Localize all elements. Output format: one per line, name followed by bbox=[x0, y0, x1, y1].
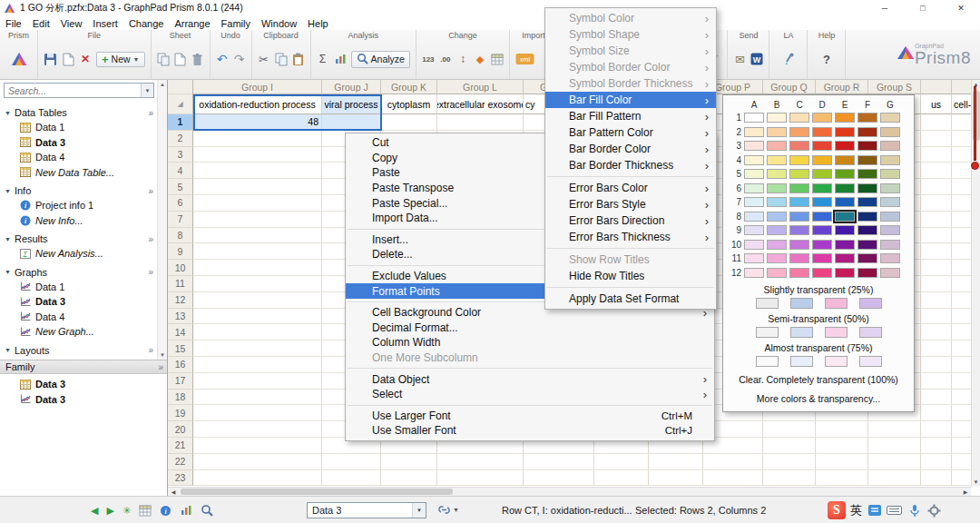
sidebar-item-project-info-1[interactable]: iProject info 1 bbox=[0, 198, 156, 213]
cell-r21-c8[interactable] bbox=[763, 438, 816, 454]
color-swatch-5g[interactable] bbox=[880, 169, 900, 179]
scroll-left-icon[interactable]: ◀ bbox=[168, 488, 179, 495]
row-header-9[interactable]: 9 bbox=[168, 243, 193, 260]
menu-item-one-more-subcolumn[interactable]: One More Subcolumn bbox=[346, 350, 714, 366]
cell-r22-c2[interactable] bbox=[381, 454, 437, 470]
menu-item-use-smaller-font[interactable]: Use Smaller FontCtrl+J bbox=[346, 423, 714, 439]
sidebar-item-data-4[interactable]: Data 4 bbox=[0, 310, 156, 325]
menu-file[interactable]: File bbox=[0, 18, 27, 29]
menu-item-decimal-format[interactable]: Decimal Format... bbox=[346, 321, 714, 336]
cell-r16-c11[interactable] bbox=[921, 357, 952, 373]
color-swatch-11f[interactable] bbox=[858, 253, 877, 263]
color-swatch-9c[interactable] bbox=[789, 225, 809, 235]
cell-r8-c12[interactable] bbox=[952, 228, 971, 244]
cell-r5-c11[interactable] bbox=[921, 179, 952, 195]
sidebar-item-data-1[interactable]: Data 1 bbox=[0, 280, 156, 295]
cell-r21-c9[interactable] bbox=[816, 438, 868, 454]
section-graphs[interactable]: ▼Graphs» bbox=[0, 265, 156, 280]
color-swatch-7c[interactable] bbox=[789, 197, 809, 207]
menu-item-show-row-titles[interactable]: Show Row Titles bbox=[545, 252, 716, 268]
sort-icon[interactable]: ↕ bbox=[456, 50, 469, 68]
color-swatch-2f[interactable] bbox=[858, 127, 877, 137]
color-swatch-4a[interactable] bbox=[744, 155, 764, 165]
color-swatch-2e[interactable] bbox=[835, 127, 855, 137]
color-swatch-1g[interactable] bbox=[880, 113, 900, 123]
menu-insert[interactable]: Insert bbox=[87, 18, 123, 29]
cell-r22-c9[interactable] bbox=[816, 454, 868, 470]
menu-item-bar-fill-pattern[interactable]: Bar Fill Pattern› bbox=[545, 108, 716, 124]
menu-item-select[interactable]: Select› bbox=[346, 387, 714, 402]
row-header-22[interactable]: 22 bbox=[168, 454, 193, 470]
color-swatch-9a[interactable] bbox=[744, 225, 764, 235]
ime-keyboard-icon[interactable] bbox=[887, 503, 902, 518]
column-title-2[interactable]: cytoplasm bbox=[381, 94, 437, 114]
color-swatch-11b[interactable] bbox=[767, 253, 787, 263]
minimize-icon[interactable]: ─ bbox=[866, 0, 904, 16]
color-swatch-3c[interactable] bbox=[789, 141, 809, 151]
sidebar-item-data-3[interactable]: Data 3 bbox=[0, 294, 156, 310]
help-icon[interactable]: ? bbox=[820, 50, 833, 68]
transparency-swatch-0-3[interactable] bbox=[859, 298, 882, 309]
color-swatch-3a[interactable] bbox=[744, 141, 764, 151]
search-input[interactable] bbox=[5, 85, 141, 96]
cell-r23-c1[interactable] bbox=[322, 470, 381, 487]
cell-r2-c0[interactable] bbox=[193, 131, 322, 147]
cell-r13-c0[interactable] bbox=[193, 309, 322, 325]
maximize-icon[interactable]: □ bbox=[904, 0, 942, 16]
color-swatch-4c[interactable] bbox=[789, 155, 809, 165]
sheet-selector[interactable]: Data 3 ▼ bbox=[307, 502, 426, 518]
transparency-swatch-0-2[interactable] bbox=[825, 298, 848, 309]
transparency-swatch-0-1[interactable] bbox=[790, 298, 813, 309]
cut-icon[interactable]: ✂ bbox=[258, 50, 270, 68]
ime-panel-icon[interactable] bbox=[867, 503, 882, 518]
column-header-col-12[interactable] bbox=[952, 80, 971, 94]
sheet-corner-cell[interactable] bbox=[168, 80, 193, 94]
horizontal-scrollbar[interactable]: ◀ ▶ bbox=[168, 487, 971, 496]
redo-icon[interactable]: ↷ bbox=[233, 50, 246, 68]
cell-r19-c12[interactable] bbox=[952, 405, 971, 421]
color-swatch-5f[interactable] bbox=[858, 169, 877, 179]
cell-r23-c3[interactable] bbox=[437, 470, 524, 487]
menu-item-bar-border-color[interactable]: Bar Border Color› bbox=[545, 141, 716, 157]
color-swatch-4f[interactable] bbox=[858, 155, 877, 165]
cell-r21-c0[interactable] bbox=[193, 438, 322, 454]
color-swatch-2d[interactable] bbox=[812, 127, 832, 137]
cell-r23-c10[interactable] bbox=[868, 470, 921, 487]
cell-r4-c0[interactable] bbox=[193, 163, 322, 179]
transparency-swatch-0-0[interactable] bbox=[756, 298, 779, 309]
row-header-3[interactable]: 3 bbox=[168, 147, 193, 163]
row-header-8[interactable]: 8 bbox=[168, 228, 193, 244]
section-expand-icon[interactable]: » bbox=[148, 267, 153, 277]
menu-family[interactable]: Family bbox=[216, 18, 256, 29]
cell-r22-c1[interactable] bbox=[322, 454, 381, 470]
color-swatch-11a[interactable] bbox=[744, 253, 764, 263]
menu-item-error-bars-style[interactable]: Error Bars Style› bbox=[545, 196, 716, 212]
cell-r12-c11[interactable] bbox=[921, 292, 952, 309]
color-swatch-5c[interactable] bbox=[789, 169, 809, 179]
menu-item-symbol-border-thickness[interactable]: Symbol Border Thickness› bbox=[545, 75, 716, 92]
xml-icon[interactable]: xml bbox=[515, 50, 534, 68]
transparency-swatch-1-3[interactable] bbox=[859, 327, 882, 338]
page-copy-icon[interactable] bbox=[157, 50, 170, 68]
cell-r23-c7[interactable] bbox=[703, 470, 763, 487]
cell-r22-c0[interactable] bbox=[193, 454, 322, 470]
sidebar-item-data-4[interactable]: Data 4 bbox=[0, 150, 156, 165]
cell-r16-c0[interactable] bbox=[193, 357, 322, 373]
zoom-icon[interactable] bbox=[201, 504, 213, 517]
cell-r22-c3[interactable] bbox=[437, 454, 524, 470]
section-data-tables[interactable]: ▼Data Tables» bbox=[0, 105, 156, 120]
column-header-group-q[interactable]: Group Q bbox=[763, 80, 816, 94]
menu-item-bar-pattern-color[interactable]: Bar Pattern Color› bbox=[545, 124, 716, 141]
color-swatch-9g[interactable] bbox=[880, 225, 900, 235]
cell-r1-c2[interactable] bbox=[381, 114, 437, 131]
color-swatch-5b[interactable] bbox=[767, 169, 787, 179]
cell-r15-c0[interactable] bbox=[193, 340, 322, 357]
color-swatch-11d[interactable] bbox=[812, 253, 832, 263]
color-swatch-10e[interactable] bbox=[835, 240, 855, 250]
menu-help[interactable]: Help bbox=[302, 18, 334, 29]
color-swatch-4e[interactable] bbox=[835, 155, 855, 165]
cell-r22-c4[interactable] bbox=[524, 454, 594, 470]
row-header-5[interactable]: 5 bbox=[168, 179, 193, 195]
cell-r13-c11[interactable] bbox=[921, 309, 952, 325]
cell-r20-c9[interactable] bbox=[816, 421, 868, 438]
